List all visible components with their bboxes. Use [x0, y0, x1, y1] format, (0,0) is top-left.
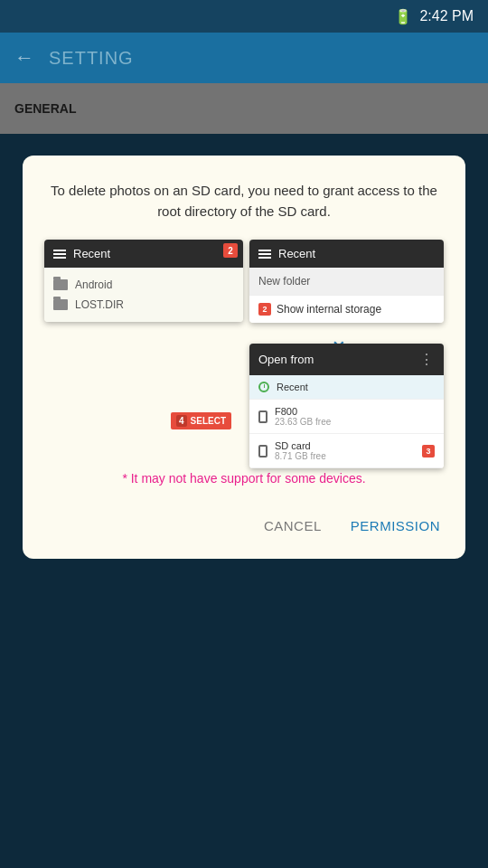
permission-button[interactable]: PERMISSION	[347, 511, 444, 541]
list-item: Recent	[249, 375, 444, 400]
list-item: LOST.DIR	[53, 295, 234, 315]
clock-icon	[258, 382, 269, 392]
list-item: F800 23.63 GB free	[249, 400, 444, 434]
show-internal-label: Show internal storage	[277, 303, 381, 316]
rb-item-sub-sdcard: 8.71 GB free	[275, 451, 326, 461]
right-top-title: Recent	[278, 247, 315, 260]
left-panel-body: Android LOST.DIR	[44, 268, 243, 322]
rb-item-label-sdcard: SD card	[275, 440, 326, 451]
left-file-panel: Recent 2 Android LOST.DIR	[44, 240, 243, 322]
show-internal-row: 2 Show internal storage	[249, 295, 444, 323]
sdcard-badge: 3	[422, 445, 435, 458]
app-bar: ← SETTING	[0, 33, 488, 83]
back-button[interactable]: ←	[14, 46, 34, 70]
dialog-body-text: To delete photos on an SD card, you need…	[44, 181, 444, 222]
right-top-panel: Recent New folder 2 Show internal storag…	[249, 240, 444, 323]
dialog-buttons: CANCEL PERMISSION	[44, 504, 444, 541]
cancel-button[interactable]: CANCEL	[260, 511, 325, 541]
right-top-header: Recent	[249, 240, 444, 268]
list-item: Android	[53, 275, 234, 295]
app-bar-title: SETTING	[49, 48, 134, 69]
status-time: 2:42 PM	[419, 8, 474, 24]
list-item: SD card 8.71 GB free 3	[249, 434, 444, 468]
rb-item-label-recent: Recent	[277, 382, 308, 392]
hamburger-icon	[53, 250, 66, 259]
warning-text: * It may not have support for some devic…	[44, 471, 444, 486]
phone-icon	[258, 410, 267, 423]
folder-icon	[53, 299, 68, 310]
file-name-android: Android	[75, 278, 112, 291]
more-icon: ⋮	[419, 351, 435, 368]
battery-icon: 🔋	[394, 8, 412, 25]
sd-icon	[258, 445, 267, 458]
rb-item-sdcard: SD card 8.71 GB free	[275, 440, 326, 461]
rb-item-sub-f800: 23.63 GB free	[275, 417, 331, 427]
rb-item-label-f800: F800	[275, 406, 331, 417]
left-panel-title: Recent	[73, 247, 110, 260]
select-num: 4	[176, 415, 187, 427]
file-name-lostdir: LOST.DIR	[75, 298, 124, 311]
select-label: SELECT	[191, 416, 226, 426]
right-bottom-header: Open from ⋮	[249, 344, 444, 375]
rb-item-f800: F800 23.63 GB free	[275, 406, 331, 427]
right-bottom-title: Open from	[258, 353, 314, 366]
show-internal-badge: 2	[258, 303, 271, 316]
status-bar: 🔋 2:42 PM	[0, 0, 488, 33]
hamburger-icon	[258, 250, 271, 259]
left-panel-badge: 2	[223, 243, 238, 258]
select-badge: 4 SELECT	[171, 412, 231, 429]
illustration-area: Recent 2 Android LOST.DIR 4 SEL	[44, 240, 444, 457]
dialog-backdrop: To delete photos on an SD card, you need…	[0, 83, 488, 868]
right-bottom-panel: Open from ⋮ Recent F800 23.63 GB free	[249, 344, 444, 468]
permission-dialog: To delete photos on an SD card, you need…	[23, 156, 465, 559]
new-folder-label: New folder	[249, 268, 444, 295]
left-panel-header: Recent 2	[44, 240, 243, 268]
folder-icon	[53, 279, 68, 290]
